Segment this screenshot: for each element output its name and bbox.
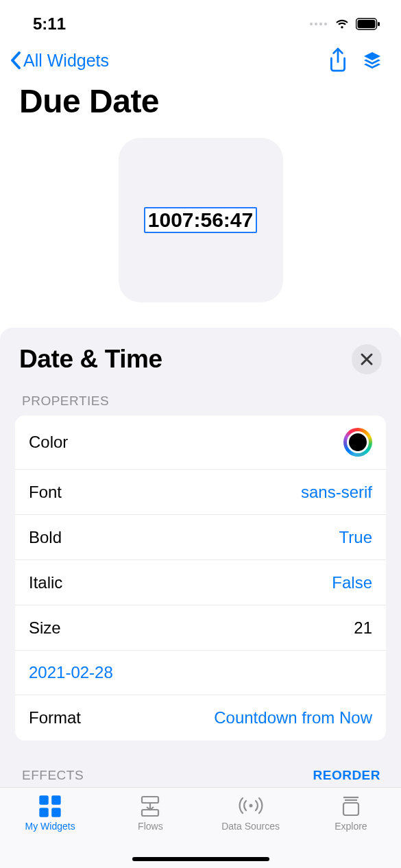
countdown-element[interactable]: 1007:56:47 <box>144 207 257 233</box>
close-icon <box>359 352 374 367</box>
row-value: True <box>339 528 372 547</box>
row-format[interactable]: Format Countdown from Now <box>15 695 386 740</box>
back-label: All Widgets <box>23 51 109 71</box>
row-value: False <box>332 573 372 592</box>
color-picker-icon[interactable] <box>343 428 372 457</box>
row-label: Size <box>29 618 61 638</box>
svg-point-9 <box>249 804 252 808</box>
svg-rect-1 <box>358 20 376 28</box>
tab-explore[interactable]: Explore <box>303 795 399 832</box>
fade <box>0 773 401 787</box>
row-label: Bold <box>29 528 62 547</box>
row-value: Countdown from Now <box>214 708 372 727</box>
countdown-text: 1007:56:47 <box>148 208 253 231</box>
tab-my-widgets[interactable]: My Widgets <box>2 795 98 832</box>
sheet-title: Date & Time <box>19 345 162 374</box>
wifi-icon <box>334 16 350 32</box>
grid-icon <box>37 795 63 818</box>
share-button[interactable] <box>327 48 349 73</box>
nav-bar: All Widgets <box>0 41 401 80</box>
row-value: 2021-02-28 <box>29 663 113 682</box>
chevron-back-icon <box>10 51 22 70</box>
row-date[interactable]: 2021-02-28 <box>15 651 386 695</box>
sheet-content[interactable]: PROPERTIES Color Font sans-serif Bold Tr… <box>0 380 401 787</box>
widget-preview[interactable]: 1007:56:47 <box>119 138 283 302</box>
tab-flows[interactable]: Flows <box>102 795 198 832</box>
tab-label: My Widgets <box>25 821 75 832</box>
svg-rect-12 <box>343 803 359 815</box>
cellular-dots-icon <box>310 23 327 25</box>
status-icons <box>310 16 380 32</box>
row-font[interactable]: Font sans-serif <box>15 470 386 515</box>
svg-rect-4 <box>51 795 60 804</box>
antenna-icon <box>238 795 264 818</box>
svg-rect-7 <box>142 797 158 803</box>
svg-rect-6 <box>51 808 60 817</box>
row-label: Color <box>29 433 68 452</box>
home-indicator[interactable] <box>132 857 269 861</box>
svg-rect-3 <box>39 795 48 804</box>
row-color[interactable]: Color <box>15 415 386 470</box>
row-size[interactable]: Size 21 <box>15 605 386 651</box>
tab-label: Flows <box>138 821 163 832</box>
section-label-properties: PROPERTIES <box>0 380 401 415</box>
row-bold[interactable]: Bold True <box>15 515 386 560</box>
tab-bar: My Widgets Flows Data Sources <box>0 787 401 868</box>
row-value: sans-serif <box>301 483 372 502</box>
page-title: Due Date <box>0 80 401 134</box>
svg-rect-2 <box>378 22 380 26</box>
tab-label: Explore <box>335 821 367 832</box>
row-label: Italic <box>29 573 62 592</box>
tab-data-sources[interactable]: Data Sources <box>203 795 299 832</box>
row-value: 21 <box>354 618 372 638</box>
row-label: Format <box>29 708 81 727</box>
status-time: 5:11 <box>33 14 66 34</box>
layers-button[interactable] <box>361 48 383 73</box>
tab-label: Data Sources <box>221 821 280 832</box>
svg-rect-5 <box>39 808 48 817</box>
widget-preview-container: 1007:56:47 <box>0 134 401 319</box>
sheet-header: Date & Time <box>0 328 401 387</box>
status-bar: 5:11 <box>0 0 401 41</box>
back-button[interactable]: All Widgets <box>10 51 109 71</box>
row-italic[interactable]: Italic False <box>15 560 386 605</box>
color-swatch <box>347 431 369 453</box>
battery-icon <box>356 18 380 30</box>
explore-icon <box>338 795 364 818</box>
nav-actions <box>327 48 383 73</box>
flows-icon <box>137 795 163 818</box>
close-button[interactable] <box>352 344 382 374</box>
properties-sheet: Date & Time PROPERTIES Color Font sans-s… <box>0 328 401 787</box>
properties-list: Color Font sans-serif Bold True Italic F… <box>15 415 386 740</box>
row-label: Font <box>29 483 62 502</box>
